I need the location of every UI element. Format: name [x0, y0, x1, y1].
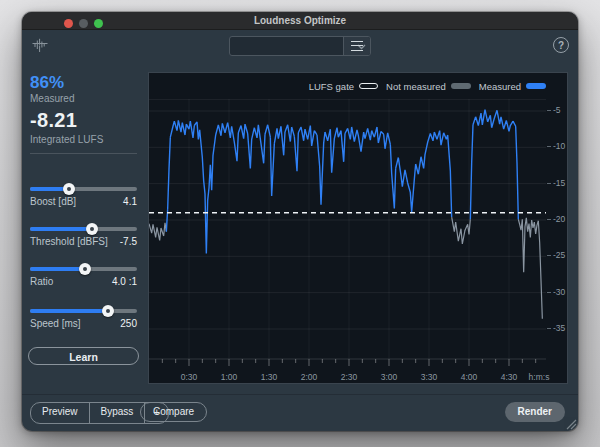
- legend-not-measured-label: Not measured: [386, 81, 446, 92]
- y-tick-label: -10: [547, 141, 571, 152]
- hamburger-menu-icon: [351, 41, 363, 51]
- toolbar: ?: [22, 29, 578, 62]
- x-tick-label: 3:30: [413, 372, 445, 382]
- threshold-slider-knob[interactable]: [86, 223, 98, 235]
- ratio-value[interactable]: 4.0 :1: [112, 276, 137, 287]
- x-tick-label: 2:30: [333, 372, 365, 382]
- y-tick-label: -30: [547, 287, 571, 298]
- measured-swatch: [526, 83, 546, 89]
- measured-label: Measured: [30, 93, 74, 104]
- x-tick-label: 3:00: [373, 372, 405, 382]
- chart-box: LUFS gate Not measured Measured -5-10-15…: [148, 72, 568, 384]
- preview-button[interactable]: Preview: [31, 403, 89, 423]
- speed-value[interactable]: 250: [120, 318, 137, 329]
- y-tick-label: -20: [547, 214, 571, 225]
- learn-button[interactable]: Learn: [28, 347, 139, 365]
- help-button[interactable]: ?: [553, 37, 569, 53]
- x-tick-label: 1:00: [213, 372, 245, 382]
- lufs-gate-swatch: [359, 83, 378, 89]
- threshold-value[interactable]: -7.5: [120, 236, 137, 247]
- render-button[interactable]: Render: [505, 402, 565, 422]
- boost-label: Boost [dB]: [30, 196, 76, 207]
- x-tick-label: 2:00: [293, 372, 325, 382]
- y-tick-label: -5: [547, 105, 571, 116]
- bottom-bar: Preview Bypass + Compare Render: [22, 394, 578, 431]
- speed-slider-fill: [30, 309, 108, 313]
- compare-button[interactable]: Compare: [140, 402, 207, 422]
- ratio-slider-track[interactable]: [30, 267, 137, 271]
- title-bar: Loudness Optimize: [22, 12, 578, 30]
- boost-value[interactable]: 4.1: [123, 196, 137, 207]
- window-title: Loudness Optimize: [22, 12, 578, 29]
- measured-percent-value: 86%: [30, 73, 64, 93]
- x-tick-label: 1:30: [253, 372, 285, 382]
- plugin-window: Loudness Optimize ? 86% Measured -8.21: [22, 12, 578, 431]
- x-tick-label: 4:00: [453, 372, 485, 382]
- y-tick-label: -25: [547, 250, 571, 261]
- y-tick-label: -15: [547, 178, 571, 189]
- x-axis-unit: h:m:s: [521, 372, 557, 382]
- plot-svg: [149, 99, 569, 385]
- integrated-lufs-value: -8.21: [30, 109, 77, 132]
- preset-value[interactable]: [230, 37, 343, 55]
- boost-slider: Boost [dB]4.1: [30, 185, 137, 217]
- ratio-slider: Ratio4.0 :1: [30, 265, 137, 297]
- boost-slider-track[interactable]: [30, 187, 137, 191]
- threshold-label: Threshold [dBFS]: [30, 236, 108, 247]
- threshold-slider-fill: [30, 227, 92, 231]
- ratio-slider-knob[interactable]: [79, 263, 91, 275]
- integrated-lufs-label: Integrated LUFS: [30, 134, 103, 145]
- boost-slider-knob[interactable]: [63, 183, 75, 195]
- speed-slider-track[interactable]: [30, 309, 137, 313]
- desktop: Loudness Optimize ? 86% Measured -8.21: [0, 0, 600, 447]
- module-icon: [31, 36, 49, 54]
- resize-grip[interactable]: [565, 418, 577, 430]
- ratio-label: Ratio: [30, 276, 53, 287]
- not-measured-swatch: [451, 83, 471, 89]
- ratio-slider-fill: [30, 267, 85, 271]
- bypass-button[interactable]: Bypass: [90, 403, 145, 423]
- x-tick-label: 0:30: [173, 372, 205, 382]
- speed-slider-knob[interactable]: [102, 305, 114, 317]
- legend-lufs-gate-label: LUFS gate: [309, 81, 354, 92]
- legend-item-measured: Measured: [479, 81, 546, 92]
- preset-dropdown[interactable]: [229, 36, 371, 56]
- speed-slider: Speed [ms]250: [30, 307, 137, 339]
- chart-legend: LUFS gate Not measured Measured: [149, 73, 546, 100]
- legend-item-lufs-gate: LUFS gate: [309, 81, 378, 92]
- speed-label: Speed [ms]: [30, 318, 81, 329]
- y-tick-label: -35: [547, 323, 571, 334]
- sidebar-divider: [30, 153, 137, 154]
- sidebar: 86% Measured -8.21 Integrated LUFS Boost…: [22, 66, 148, 395]
- threshold-slider: Threshold [dBFS]-7.5: [30, 225, 137, 257]
- legend-measured-label: Measured: [479, 81, 521, 92]
- legend-item-not-measured: Not measured: [386, 81, 471, 92]
- threshold-slider-track[interactable]: [30, 227, 137, 231]
